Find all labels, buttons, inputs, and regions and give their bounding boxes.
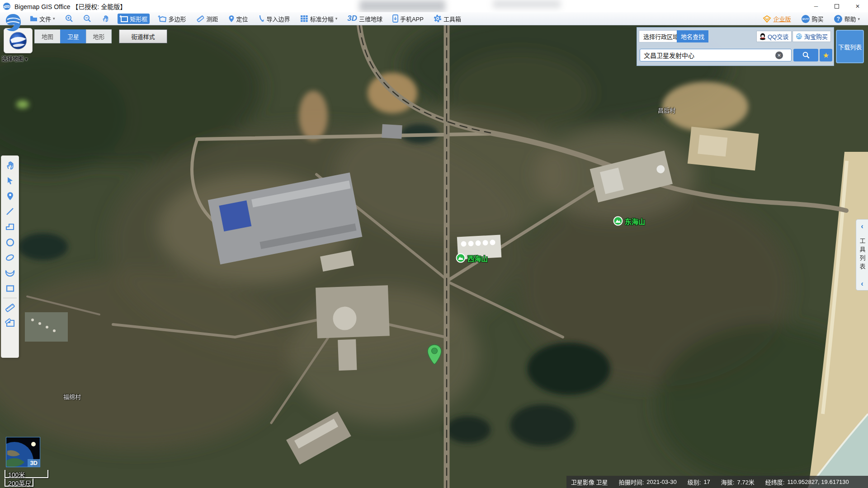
search-result-pin-icon[interactable] — [427, 344, 442, 365]
close-button[interactable]: ✕ — [847, 0, 868, 12]
three-d-badge: 3D — [28, 459, 40, 467]
status-bar: 卫星影像 卫星 拍摄时间: 2021-03-30 级别: 17 海拔: 7.72… — [566, 476, 868, 488]
rect-select-tool[interactable]: 矩形框 — [118, 14, 150, 24]
circle-tool-button[interactable] — [4, 236, 16, 248]
gear-icon — [434, 14, 442, 23]
zoom-in-button[interactable] — [63, 14, 75, 23]
buy-badge-icon: BUY! — [802, 15, 810, 23]
coordinates-label: 经纬度: — [765, 478, 785, 486]
tab-terrain[interactable]: 地形 — [86, 29, 112, 43]
taobao-buy-button[interactable]: 淘宝购买 — [793, 31, 831, 42]
map-type-tabs: 地图 卫星 地形 — [34, 29, 112, 43]
tab-place-search[interactable]: 地名查找 — [677, 30, 708, 42]
toolbar-divider — [3, 298, 17, 298]
caret-down-icon: ▾ — [335, 16, 338, 21]
select-tool-button[interactable] — [4, 175, 16, 187]
location-pin-icon — [228, 15, 235, 23]
arc-shape-icon — [5, 269, 15, 277]
area-measure-button[interactable] — [4, 317, 16, 329]
hill-marker-icon — [456, 253, 466, 263]
chevron-left-icon[interactable]: ‹ — [861, 222, 863, 230]
application-window: Bigemap GIS Office 【已授权: 全能版】 ─ ✕ 文件 ▾ — [0, 0, 868, 488]
redacted-blur — [493, 0, 561, 8]
hill-label: 西海山 — [456, 253, 488, 263]
maximize-button[interactable] — [826, 0, 847, 12]
polygon-tool-button[interactable] — [4, 221, 16, 233]
caret-down-icon: ▾ — [53, 16, 55, 21]
locate-tool[interactable]: 定位 — [226, 14, 250, 24]
search-panel: 选择行政区域 地名查找 QQ交谈 淘宝购买 ✕ ★ — [637, 27, 834, 66]
taobao-globe-icon — [796, 33, 802, 40]
hand-icon — [5, 160, 15, 170]
satellite-map-canvas[interactable] — [0, 25, 868, 488]
zoom-out-button[interactable] — [81, 14, 93, 23]
qq-chat-button[interactable]: QQ交谈 — [756, 31, 792, 42]
zoom-in-icon — [65, 14, 73, 23]
capture-time-label: 拍摄时间: — [619, 478, 644, 486]
hill-marker-icon — [613, 216, 623, 226]
place-search-input[interactable] — [640, 49, 792, 61]
zoom-level-value: 17 — [703, 479, 710, 485]
imagery-source: 卫星影像 卫星 — [571, 478, 608, 486]
search-button[interactable] — [793, 49, 818, 61]
choose-map-label[interactable]: 选择地图 ▾ — [2, 55, 28, 62]
buy-link[interactable]: BUY! 购买 — [800, 14, 825, 24]
line-icon — [5, 207, 14, 216]
polygon-icon — [5, 222, 15, 231]
circle-icon — [5, 238, 15, 247]
file-menu[interactable]: 文件 ▾ — [28, 14, 57, 24]
folder-icon — [30, 15, 38, 22]
line-tool-button[interactable] — [4, 206, 16, 217]
toolbox-tool[interactable]: 工具箱 — [432, 14, 463, 24]
measure-tool[interactable]: 测距 — [194, 14, 220, 24]
favorite-button[interactable]: ★ — [820, 49, 832, 61]
grid-icon — [300, 15, 308, 22]
star-icon: ★ — [823, 51, 829, 60]
chevron-left-icon[interactable]: ‹ — [861, 280, 863, 287]
caret-down-icon: ▾ — [858, 17, 860, 21]
pan-tool-button[interactable] — [4, 160, 16, 171]
rectangle-plus-icon — [119, 15, 128, 23]
enterprise-link[interactable]: 企业版 — [761, 14, 793, 24]
pan-tool-button[interactable] — [99, 14, 111, 23]
clear-search-button[interactable]: ✕ — [775, 52, 783, 59]
altitude-value: 7.72米 — [737, 478, 754, 486]
phone-icon — [392, 14, 398, 23]
tool-list-tab[interactable]: ‹ 工具列表 ‹ — [856, 219, 868, 291]
hand-icon — [101, 14, 109, 23]
qq-penguin-icon — [760, 33, 766, 40]
three-d-icon: 3D — [347, 14, 357, 23]
minimap-3d-toggle[interactable]: 3D — [6, 437, 40, 467]
satellite-imagery — [0, 25, 868, 488]
earth-globe-icon — [8, 31, 28, 51]
polygon-plus-icon — [158, 15, 167, 23]
arc-tool-button[interactable] — [4, 267, 16, 279]
ruler-icon — [196, 15, 205, 23]
zoom-out-icon — [83, 14, 91, 23]
rectangle-icon — [5, 284, 15, 293]
distance-measure-button[interactable] — [4, 302, 16, 314]
polygon-tool[interactable]: 多边形 — [156, 14, 188, 24]
street-style-button[interactable]: 街道样式 — [119, 29, 167, 43]
tab-map[interactable]: 地图 — [34, 29, 60, 43]
ellipse-tool-button[interactable] — [4, 252, 16, 263]
cursor-arrow-icon — [5, 176, 14, 185]
village-label: 福绵村 — [63, 392, 81, 401]
titlebar: Bigemap GIS Office 【已授权: 全能版】 ─ ✕ — [0, 0, 868, 12]
rectangle-tool-button[interactable] — [4, 282, 16, 294]
three-d-globe-tool[interactable]: 3D 三维地球 — [345, 13, 384, 24]
ellipse-icon — [5, 253, 15, 262]
help-menu[interactable]: ? 帮助 ▾ — [832, 14, 862, 24]
maximize-icon — [835, 4, 839, 9]
mobile-app-tool[interactable]: 手机APP — [391, 14, 425, 24]
window-title: Bigemap GIS Office 【已授权: 全能版】 — [14, 2, 126, 11]
import-boundary-tool[interactable]: 导入边界 — [256, 14, 292, 24]
download-list-button[interactable]: 下载列表 — [836, 30, 864, 63]
standard-sheet-tool[interactable]: 标准分幅 ▾ — [298, 14, 340, 24]
coordinates-value: 110.952827, 19.617130 — [787, 479, 849, 485]
tool-list-label: 工具列表 — [858, 238, 867, 272]
zoom-level-label: 级别: — [688, 478, 701, 486]
minimize-button[interactable]: ─ — [806, 0, 826, 12]
tab-satellite[interactable]: 卫星 — [60, 29, 86, 43]
marker-tool-button[interactable] — [4, 190, 16, 202]
